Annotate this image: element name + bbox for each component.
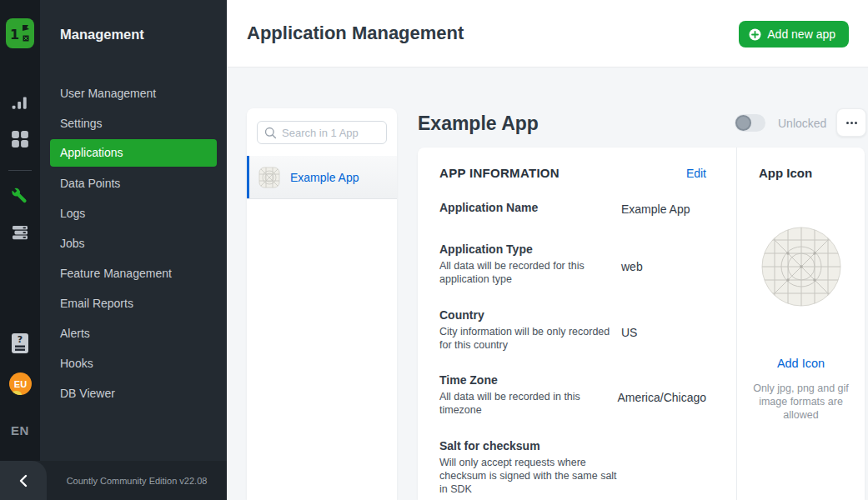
app-name-label: Example App [290,171,359,184]
add-new-app-button[interactable]: Add new app [739,21,849,48]
sidebar-collapse-button[interactable] [0,461,47,500]
field-country: Country City information will be only re… [439,308,706,352]
language-selector[interactable]: EN [0,423,40,438]
sidebar-item-jobs[interactable]: Jobs [40,228,227,258]
field-label: Application Type [439,242,621,256]
app-list-item-example-app[interactable]: Example App [247,156,397,199]
field-application-name: Application Name Example App [439,201,706,216]
more-options-button[interactable] [836,108,866,137]
avatar-initials: EU [14,379,27,389]
sidebar-item-feature-management[interactable]: Feature Management [40,258,227,288]
field-description: City information will be only recorded f… [439,325,621,352]
user-avatar[interactable]: EU [9,372,32,395]
field-time-zone: Time Zone All data will be recorded in t… [439,373,706,418]
avatar-accent [11,391,22,395]
field-label: Application Name [439,201,621,214]
field-value: Example App [621,201,706,216]
sidebar-item-logs[interactable]: Logs [40,198,227,228]
management-menu-panel: Management User Management Settings Appl… [40,0,227,500]
info-fields: Application Name Example App Application… [439,201,706,496]
content-area: Example App Example App Unlocked APP INF… [227,68,868,500]
server-icon[interactable] [11,223,29,242]
svg-text:1: 1 [10,27,19,42]
field-salt-for-checksum: Salt for checksum Will only accept reque… [439,439,706,497]
sidebar-item-user-management[interactable]: User Management [40,78,227,108]
edit-button[interactable]: Edit [686,167,706,180]
edition-version-label: Countly Community Edition v22.08 [47,461,227,500]
sidebar-item-applications[interactable]: Applications [50,139,217,167]
sidebar-footer: Countly Community Edition v22.08 [0,461,227,500]
menu-list: User Management Settings Applications Da… [40,78,227,408]
field-value: America/Chicago [617,373,706,418]
add-new-app-label: Add new app [767,28,835,41]
sidebar-item-db-viewer[interactable]: DB Viewer [40,378,227,408]
field-value: US [621,308,706,352]
app-list-panel: Example App [247,108,397,500]
sidebar-item-data-points[interactable]: Data Points [40,168,227,198]
app-icon-title: App Icon [747,166,855,180]
field-value [621,439,706,497]
page-header: Application Management Add new app [227,0,868,68]
app-icon-panel: App Icon Add Icon Only jpg, png and gif … [736,148,865,500]
menu-title: Management [40,0,227,42]
sidebar-item-alerts[interactable]: Alerts [40,318,227,348]
field-description: All data will be recorded for this appli… [439,259,621,287]
lock-state-label: Unlocked [778,117,826,130]
field-description: Will only accept requests where checksum… [439,456,621,497]
app-information-section: APP INFORMATION Edit Application Name Ex… [418,148,736,500]
app-detail-title: Example App [418,112,539,135]
collapse-chevron-icon [18,474,29,488]
search-icon [264,127,277,139]
svg-text:?: ? [18,334,23,345]
toggle-knob [735,115,751,131]
grid-icon[interactable] [11,130,29,148]
sidebar-item-settings[interactable]: Settings [40,108,227,138]
page-title: Application Management [247,22,464,44]
field-description: All data will be recorded in this timezo… [439,390,617,418]
app-placeholder-icon [258,167,280,188]
lock-toggle[interactable] [735,114,765,132]
rail-divider [8,170,32,171]
field-label: Country [439,308,621,322]
sidebar-item-email-reports[interactable]: Email Reports [40,288,227,318]
icon-format-note: Only jpg, png and gif image formats are … [749,382,854,422]
countly-logo-icon[interactable]: 1 [6,18,34,48]
field-label: Salt for checksum [439,439,621,452]
field-application-type: Application Type All data will be record… [439,242,706,287]
wrench-icon[interactable] [11,187,29,205]
section-title: APP INFORMATION [439,166,559,180]
help-icon[interactable]: ? [11,332,29,354]
sidebar-item-hooks[interactable]: Hooks [40,348,227,378]
field-value: web [621,242,706,287]
plus-icon [749,28,761,41]
app-search [257,121,387,144]
app-information-card: APP INFORMATION Edit Application Name Ex… [418,148,865,500]
ellipsis-icon [846,122,849,124]
add-icon-button[interactable]: Add Icon [747,357,855,370]
app-icon-placeholder [761,227,841,307]
bar-chart-icon[interactable] [11,93,29,112]
field-label: Time Zone [439,373,617,387]
selected-indicator [247,156,249,198]
sidebar-rail: 1 ? EU EN [0,0,40,500]
